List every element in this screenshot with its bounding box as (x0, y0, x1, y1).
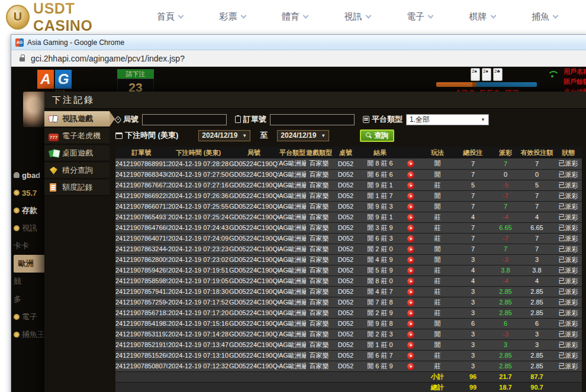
bet-countdown: 請下注 23 (117, 69, 154, 95)
table-cell: 3.8 (492, 265, 519, 276)
play-replay-button[interactable] (407, 352, 414, 359)
play-replay-button[interactable] (407, 182, 414, 189)
table-row: 2412190786549372024-12-19 07:25:24GD0522… (115, 212, 582, 222)
play-replay-button[interactable] (407, 299, 414, 306)
column-header: 遊戲類型 (306, 147, 332, 158)
table-cell: AG歐洲廳 (279, 276, 306, 286)
play-replay-button[interactable] (407, 278, 414, 285)
play-replay-button[interactable] (407, 193, 414, 200)
play-replay-button[interactable] (407, 257, 414, 264)
nav-item[interactable]: 棋牌 (469, 11, 495, 22)
table-cell: D052 (332, 265, 359, 276)
panel-sidebar: 視訊遊戲電子老虎機桌面遊戲積分查詢額度記錄 (44, 109, 110, 392)
order-input[interactable] (270, 114, 355, 125)
nav-item[interactable]: 電子 (407, 11, 433, 22)
table-cell: 2024-12-19 07:19:05 (168, 276, 229, 286)
table-cell: 閒 3 莊 9 (359, 222, 401, 233)
sidebar-item-slot[interactable]: 電子老虎機 (44, 128, 110, 144)
table-cell: 2024-12-19 07:13:47 (168, 339, 229, 350)
play-replay-button[interactable] (407, 203, 414, 210)
lock-icon (20, 57, 25, 61)
table-cell: 已派彩 (555, 297, 582, 307)
table-cell: AG歐洲廳 (279, 233, 306, 244)
date-to-select[interactable]: 2024/12/19 ▼ (277, 130, 329, 141)
table-cell: 4 (519, 212, 555, 222)
sidebar-item-cards[interactable]: 視訊遊戲 (44, 111, 110, 127)
play-replay-button[interactable] (407, 267, 414, 274)
play-replay-button[interactable] (407, 160, 414, 167)
table-cell: 閒 (421, 244, 454, 254)
nav-item-label: 首頁 (157, 11, 175, 22)
calendar-icon (115, 132, 123, 139)
play-replay-button[interactable] (407, 171, 414, 179)
play-replay-button[interactable] (407, 235, 414, 242)
sidebar-item-diamond[interactable]: 積分查詢 (44, 163, 110, 179)
site-logo[interactable]: U USDT CASINO (6, 0, 133, 34)
play-replay-button[interactable] (407, 214, 414, 221)
nav-item-label: 視訊 (344, 11, 362, 22)
table-cell: 已派彩 (555, 233, 582, 244)
nav-item[interactable]: 體育 (282, 11, 308, 22)
table-cell: 3 (454, 350, 492, 361)
table-cell: D052 (332, 180, 359, 190)
nav-item[interactable]: 捕魚 (532, 11, 558, 22)
table-icon (49, 148, 59, 158)
table-row: 2412190786607122024-12-19 07:25:55GD0522… (115, 201, 582, 212)
user-icon (14, 172, 20, 178)
table-cell: GD05224C190QN (229, 222, 279, 233)
column-header: 派彩 (492, 147, 519, 158)
platform-icon (363, 116, 369, 123)
platform-select[interactable]: 1.全部 ▼ (406, 114, 489, 125)
screen: U USDT CASINO 首頁彩票體育視訊電子棋牌捕魚 AG Asia Gam… (0, 0, 586, 392)
play-replay-button[interactable] (407, 331, 414, 338)
sidebar-item-doc[interactable]: 額度記錄 (44, 180, 110, 196)
empty-cell (115, 371, 421, 382)
table-cell: 4 (454, 265, 492, 276)
lobby-menu-label: 電子 (22, 312, 37, 322)
date-from-select[interactable]: 2024/12/19 ▼ (198, 130, 250, 141)
summary-cell: 87.7 (519, 371, 555, 382)
table-cell: 閒 (421, 190, 454, 201)
play-replay-button[interactable] (407, 225, 414, 232)
table-cell: 241219078632444 (115, 244, 168, 254)
subtotal-row: 小計9621.787.7 (115, 371, 582, 382)
nav-item[interactable]: 彩票 (220, 11, 246, 22)
summary-cell: 21.7 (492, 371, 519, 382)
sidebar-item-table[interactable]: 桌面遊戲 (44, 145, 110, 161)
dealt-cards: 2♠2♠2♣ (436, 68, 537, 81)
round-input[interactable] (142, 114, 227, 125)
table-cell: 7 (454, 190, 492, 201)
table-cell: GD05224C190QQ (229, 190, 279, 201)
play-replay-button[interactable] (407, 363, 414, 370)
nav-item[interactable]: 視訊 (344, 11, 371, 22)
platform-label: 平台類型 (372, 114, 403, 125)
dropdown-arrow-icon: ▼ (242, 133, 247, 138)
table-cell: 已派彩 (555, 339, 582, 350)
play-replay-button[interactable] (407, 320, 414, 328)
play-replay-button[interactable] (407, 246, 414, 253)
table-cell: 2.85 (492, 350, 519, 361)
nav-item-label: 捕魚 (532, 11, 549, 22)
playing-card: 2♣ (493, 68, 503, 81)
play-replay-button[interactable] (407, 342, 414, 349)
clipboard-icon (235, 116, 241, 123)
table-cell: 241219078640719 (115, 233, 168, 244)
table-cell: 已派彩 (555, 276, 582, 286)
replay-cell (401, 286, 421, 297)
url-bar[interactable]: gci.2hhapi.com/agingame/pcv1/index.jsp? (11, 50, 586, 67)
replay-cell (401, 158, 421, 169)
diamond-icon (49, 166, 59, 175)
play-replay-button[interactable] (407, 289, 414, 296)
column-header: 平台類型 (279, 147, 306, 158)
search-button[interactable]: 查詢 (360, 129, 394, 142)
table-cell: 已派彩 (555, 318, 582, 329)
sidebar-item-label: 電子老虎機 (62, 131, 101, 141)
table-cell: GD05224C190QE (229, 276, 279, 286)
panel-title: 下注記錄 (44, 92, 586, 109)
nav-item[interactable]: 首頁 (157, 11, 183, 22)
window-titlebar[interactable]: AG Asia Gaming - Google Chrome (11, 35, 586, 50)
table-cell: D052 (332, 254, 359, 265)
table-cell: GD05224C190Q6 (229, 339, 279, 350)
table-cell: -3 (492, 254, 519, 265)
play-replay-button[interactable] (407, 310, 414, 317)
